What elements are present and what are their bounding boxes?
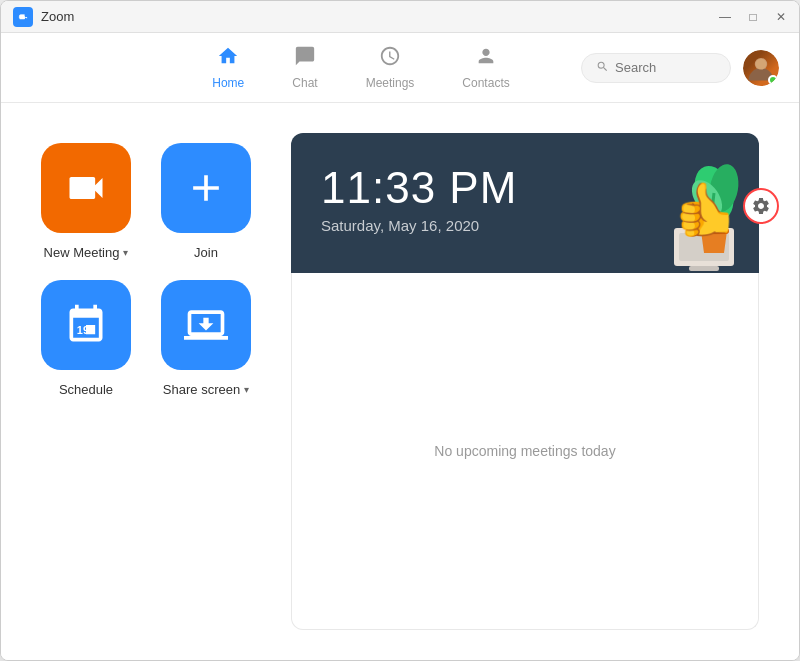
svg-point-2 (756, 58, 767, 69)
share-screen-label: Share screen ▾ (163, 382, 249, 397)
settings-button[interactable] (743, 188, 779, 224)
meetings-icon (379, 45, 401, 72)
new-meeting-item: New Meeting ▾ (41, 143, 131, 260)
schedule-button[interactable]: 19 (41, 280, 131, 370)
tab-contacts[interactable]: Contacts (438, 37, 533, 98)
action-grid: New Meeting ▾ Join (41, 133, 251, 630)
tab-contacts-label: Contacts (462, 76, 509, 90)
settings-overlay: 👍 (673, 183, 779, 235)
svg-rect-6 (689, 266, 719, 271)
main-content: New Meeting ▾ Join (1, 103, 799, 660)
tab-meetings[interactable]: Meetings (342, 37, 439, 98)
new-meeting-label: New Meeting ▾ (44, 245, 129, 260)
contacts-icon (475, 45, 497, 72)
share-screen-item: Share screen ▾ (161, 280, 251, 397)
join-button[interactable] (161, 143, 251, 233)
online-status-dot (768, 75, 778, 85)
tab-chat-label: Chat (292, 76, 317, 90)
new-meeting-button[interactable] (41, 143, 131, 233)
share-screen-button[interactable] (161, 280, 251, 370)
nav-right (581, 50, 779, 86)
tab-chat[interactable]: Chat (268, 37, 341, 98)
no-meetings-text: No upcoming meetings today (434, 443, 615, 459)
join-label: Join (194, 245, 218, 260)
window-title: Zoom (41, 9, 74, 24)
schedule-label: Schedule (59, 382, 113, 397)
tab-home[interactable]: Home (188, 37, 268, 98)
meetings-card: No upcoming meetings today (291, 273, 759, 630)
nav-tabs: Home Chat Meetings (141, 37, 581, 98)
join-item: Join (161, 143, 251, 260)
search-box[interactable] (581, 53, 731, 83)
minimize-button[interactable]: — (719, 11, 731, 23)
svg-text:19: 19 (77, 324, 89, 336)
home-icon (217, 45, 239, 72)
chat-icon (294, 45, 316, 72)
avatar[interactable] (743, 50, 779, 86)
share-screen-chevron: ▾ (244, 384, 249, 395)
tab-home-label: Home (212, 76, 244, 90)
search-icon (596, 60, 609, 76)
new-meeting-chevron: ▾ (123, 247, 128, 258)
title-bar-controls: — □ ✕ (719, 11, 787, 23)
thumbs-up-icon: 👍 (673, 183, 738, 235)
search-input[interactable] (615, 60, 716, 75)
svg-rect-0 (20, 14, 25, 19)
maximize-button[interactable]: □ (747, 11, 759, 23)
zoom-logo-icon (13, 7, 33, 27)
nav-bar: Home Chat Meetings (1, 33, 799, 103)
zoom-window: Zoom — □ ✕ Home (0, 0, 800, 661)
title-bar: Zoom — □ ✕ (1, 1, 799, 33)
title-bar-left: Zoom (13, 7, 74, 27)
close-button[interactable]: ✕ (775, 11, 787, 23)
schedule-item: 19 Schedule (41, 280, 131, 397)
tab-meetings-label: Meetings (366, 76, 415, 90)
